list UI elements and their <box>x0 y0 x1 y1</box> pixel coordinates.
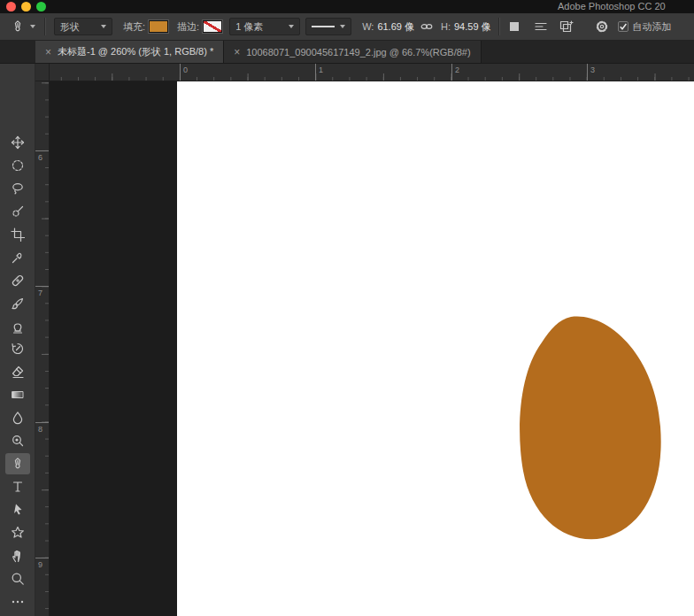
blur-tool[interactable] <box>5 407 30 428</box>
ruler-number: 8 <box>38 425 42 434</box>
separator <box>498 18 499 35</box>
width-field[interactable]: 61.69 像 <box>377 20 414 34</box>
clone-stamp-tool[interactable] <box>5 316 30 337</box>
star-shape-icon <box>11 526 25 540</box>
canvas-pasteboard[interactable] <box>50 81 694 616</box>
gradient-tool[interactable] <box>5 384 30 405</box>
ruler-number: 3 <box>590 65 595 74</box>
shape-layer <box>50 81 694 616</box>
window-zoom-button[interactable] <box>36 2 46 12</box>
width-label: W: <box>362 21 374 32</box>
tool-mode-dropdown[interactable]: 形状 <box>54 18 112 35</box>
window-title: Adobe Photoshop CC 20 <box>558 1 666 12</box>
healing-brush-tool[interactable] <box>5 270 30 291</box>
tab-close-icon[interactable]: × <box>234 47 240 58</box>
tools-panel <box>0 64 35 616</box>
path-arrangement-icon[interactable] <box>559 19 574 34</box>
titlebar: Adobe Photoshop CC 20 <box>0 0 694 13</box>
type-icon <box>11 480 25 494</box>
hand-icon <box>11 549 25 563</box>
tool-preset-picker[interactable] <box>11 19 35 34</box>
path-operations-icon[interactable] <box>507 19 521 34</box>
chevron-down-icon <box>289 25 294 28</box>
chevron-down-icon <box>340 25 345 28</box>
dodge-tool[interactable] <box>5 430 30 451</box>
path-selection-tool[interactable] <box>5 499 30 520</box>
stroke-width-dropdown[interactable]: 1 像素 <box>229 18 300 35</box>
ruler-major-tick <box>35 558 49 558</box>
stamp-icon <box>11 320 25 334</box>
brush-tool[interactable] <box>5 293 30 314</box>
ruler-major-tick <box>587 64 588 81</box>
history-brush-tool[interactable] <box>5 338 30 359</box>
pen-tool-icon <box>11 19 25 34</box>
bandage-icon <box>11 273 25 288</box>
lasso-tool[interactable] <box>5 178 30 199</box>
ruler-corner[interactable] <box>35 64 50 81</box>
document-tab[interactable]: × 未标题-1 @ 260% (形状 1, RGB/8) * <box>35 41 224 63</box>
tab-title: 10068071_090045617149_2.jpg @ 66.7%(RGB/… <box>246 47 470 58</box>
height-field[interactable]: 94.59 像 <box>454 20 491 34</box>
ruler-major-tick <box>35 286 49 287</box>
hand-tool[interactable] <box>5 545 30 566</box>
quick-selection-tool[interactable] <box>5 201 30 222</box>
crop-tool[interactable] <box>5 224 30 245</box>
stroke-width-value: 1 像素 <box>235 20 263 34</box>
history-brush-icon <box>11 342 25 356</box>
window-minimize-button[interactable] <box>21 2 31 12</box>
type-tool[interactable] <box>5 476 30 497</box>
ruler-mid-ticks <box>50 73 694 81</box>
height-label: H: <box>441 21 451 32</box>
shape-1-ellipse[interactable] <box>520 316 661 539</box>
ruler-number: 9 <box>38 560 42 569</box>
chevron-down-icon <box>101 25 106 28</box>
gear-icon[interactable] <box>595 19 609 34</box>
ruler-number: 2 <box>455 65 459 74</box>
tool-options-bar: 形状 填充: 描边: 1 像素 W: 61.69 像 H: 94.59 像 <box>0 13 694 41</box>
tab-close-icon[interactable]: × <box>45 47 51 58</box>
ruler-major-tick <box>451 64 452 81</box>
gradient-icon <box>11 388 25 402</box>
document-tab[interactable]: × 10068071_090045617149_2.jpg @ 66.7%(RG… <box>224 41 481 63</box>
pen-tool[interactable] <box>5 453 30 474</box>
link-dimensions-icon[interactable] <box>420 19 434 34</box>
ruler-number: 0 <box>183 65 188 74</box>
document-tab-bar: × 未标题-1 @ 260% (形状 1, RGB/8) * × 1006807… <box>0 41 694 64</box>
ruler-number: 6 <box>38 153 42 162</box>
fill-label: 填充: <box>123 20 145 34</box>
ellipsis-icon <box>11 595 25 609</box>
auto-add-delete-checkbox[interactable] <box>618 21 628 32</box>
custom-shape-tool[interactable] <box>5 522 30 543</box>
move-icon <box>11 135 25 150</box>
quick-selection-icon <box>11 204 25 219</box>
more-tools-button[interactable] <box>5 591 30 612</box>
auto-add-delete-label: 自动添加 <box>633 20 672 34</box>
ruler-major-tick <box>35 150 49 151</box>
pen-nib-icon <box>11 457 25 471</box>
stroke-color-swatch[interactable] <box>203 20 222 33</box>
window-close-button[interactable] <box>6 2 16 12</box>
eraser-tool[interactable] <box>5 361 30 382</box>
dodge-icon <box>11 434 25 448</box>
eyedropper-tool[interactable] <box>5 247 30 268</box>
fill-color-swatch[interactable] <box>149 20 168 33</box>
separator <box>44 18 45 35</box>
ruler-mid-ticks <box>42 81 49 616</box>
move-tool[interactable] <box>5 132 30 153</box>
horizontal-ruler[interactable]: 0 1 2 3 <box>50 64 694 81</box>
stroke-style-line-icon <box>312 26 335 27</box>
ruler-major-tick <box>315 64 316 81</box>
selection-arrow-icon <box>11 503 25 517</box>
water-drop-icon <box>11 411 25 425</box>
vertical-ruler[interactable]: 6 7 8 9 <box>35 81 50 616</box>
ruler-major-tick <box>35 422 49 423</box>
path-alignment-icon[interactable] <box>534 19 548 34</box>
stroke-label: 描边: <box>177 20 199 34</box>
photoshop-window: Adobe Photoshop CC 20 形状 填充: 描边: 1 像素 W:… <box>0 0 694 616</box>
crop-icon <box>11 227 25 242</box>
eraser-icon <box>11 365 25 379</box>
zoom-tool[interactable] <box>5 568 30 589</box>
tool-mode-value: 形状 <box>60 20 80 34</box>
stroke-style-dropdown[interactable] <box>305 18 351 35</box>
marquee-tool[interactable] <box>5 155 30 176</box>
